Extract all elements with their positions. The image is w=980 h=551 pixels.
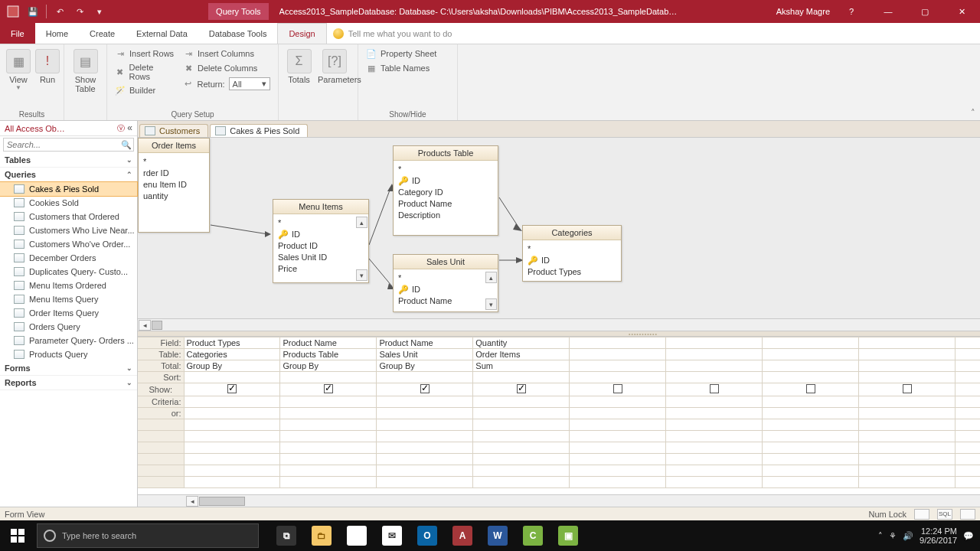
qbe-cell[interactable]	[377, 396, 473, 408]
nav-section-forms[interactable]: Forms⌄	[0, 361, 137, 376]
qbe-cell[interactable]	[570, 442, 666, 454]
qbe-cell[interactable]	[473, 372, 570, 383]
qbe-cell[interactable]	[956, 442, 981, 454]
qbe-cell[interactable]	[763, 454, 859, 465]
nav-query-item[interactable]: Products Query	[0, 347, 137, 361]
field-row[interactable]: 🔑ID	[278, 229, 364, 240]
qbe-cell[interactable]	[377, 419, 473, 431]
qbe-cell[interactable]	[570, 360, 666, 372]
qbe-cell[interactable]	[666, 408, 763, 419]
nav-search[interactable]: 🔍	[3, 138, 134, 152]
qat-customize-icon[interactable]: ▾	[91, 3, 108, 20]
qbe-cell[interactable]	[666, 337, 763, 349]
field-row[interactable]: 🔑ID	[398, 284, 493, 295]
qbe-cell[interactable]	[280, 442, 377, 454]
qbe-cell[interactable]	[956, 396, 981, 408]
tab-design[interactable]: Design	[277, 23, 326, 44]
field-row[interactable]: *	[398, 164, 493, 175]
qbe-cell[interactable]	[956, 372, 981, 383]
qbe-cell[interactable]	[859, 337, 956, 349]
scroll-thumb[interactable]	[152, 321, 162, 330]
table-categories[interactable]: Categories *🔑IDProduct Types	[522, 225, 622, 282]
sql-view-button[interactable]: SQL	[937, 509, 952, 520]
qbe-cell[interactable]	[956, 431, 981, 442]
qbe-cell[interactable]	[859, 349, 956, 360]
show-checkbox[interactable]	[806, 384, 815, 393]
field-row[interactable]: *	[528, 243, 616, 255]
nav-query-item[interactable]: December Orders	[0, 251, 137, 265]
qbe-cell[interactable]	[763, 408, 859, 419]
show-checkbox[interactable]	[517, 384, 526, 393]
scroll-up-icon[interactable]: ▴	[485, 272, 497, 283]
qbe-cell[interactable]	[859, 477, 956, 488]
search-icon[interactable]: 🔍	[119, 140, 133, 150]
qbe-cell[interactable]	[473, 396, 570, 408]
undo-icon[interactable]: ↶	[51, 3, 68, 20]
nav-section-reports[interactable]: Reports⌄	[0, 376, 137, 390]
qbe-cell[interactable]	[956, 465, 981, 477]
field-row[interactable]: Price	[278, 263, 364, 275]
qbe-cell[interactable]	[377, 454, 473, 465]
qbe-cell[interactable]	[280, 419, 377, 431]
qbe-cell[interactable]	[763, 337, 859, 349]
field-row[interactable]: uantity	[143, 191, 204, 202]
qbe-cell[interactable]	[184, 419, 280, 431]
qbe-cell[interactable]	[473, 465, 570, 477]
qbe-cell[interactable]	[763, 442, 859, 454]
nav-query-item[interactable]: Orders Query	[0, 320, 137, 334]
scroll-thumb[interactable]	[199, 497, 245, 506]
qbe-cell[interactable]	[184, 396, 280, 408]
qbe-cell[interactable]: Products Table	[280, 349, 377, 360]
qbe-cell[interactable]	[570, 396, 666, 408]
taskbar-search[interactable]: Type here to search	[37, 523, 259, 548]
qbe-cell[interactable]	[280, 477, 377, 488]
query-design-surface[interactable]: Order Items *rder IDenu Item IDuantity M…	[138, 138, 980, 318]
field-row[interactable]: *	[143, 156, 204, 168]
nav-query-item[interactable]: Menu Items Query	[0, 292, 137, 306]
qbe-cell[interactable]	[859, 454, 956, 465]
redo-icon[interactable]: ↷	[71, 3, 88, 20]
qbe-cell[interactable]	[956, 337, 981, 349]
qbe-cell[interactable]	[184, 431, 280, 442]
grid-h-scrollbar[interactable]: ◂ ▸	[138, 494, 980, 507]
qbe-cell[interactable]	[570, 477, 666, 488]
qbe-cell[interactable]	[570, 431, 666, 442]
qbe-cell[interactable]	[570, 372, 666, 383]
insert-columns-button[interactable]: ⇥Insert Columns	[181, 47, 272, 60]
nav-query-item[interactable]: Duplicates Query- Custo...	[0, 265, 137, 279]
tray-chevron-icon[interactable]: ˄	[878, 531, 883, 541]
qbe-cell[interactable]	[570, 349, 666, 360]
tab-home[interactable]: Home	[35, 23, 79, 44]
show-checkbox[interactable]	[710, 384, 719, 393]
qbe-cell[interactable]	[956, 408, 981, 419]
qbe-cell[interactable]	[859, 372, 956, 383]
taskbar-outlook[interactable]: O	[410, 520, 444, 551]
scroll-left-icon[interactable]: ◂	[186, 496, 198, 507]
qbe-cell[interactable]	[666, 349, 763, 360]
collapse-ribbon-icon[interactable]: ˄	[971, 108, 975, 118]
view-button[interactable]: ▦View▼	[6, 47, 31, 91]
qbe-cell[interactable]: Group By	[280, 360, 377, 372]
user-name[interactable]: Akshay Magre	[776, 7, 830, 16]
qbe-cell[interactable]: Sales Unit	[377, 349, 473, 360]
return-control[interactable]: ↩Return:All▾	[181, 77, 272, 91]
run-button[interactable]: !Run	[35, 47, 60, 84]
qbe-cell[interactable]	[956, 360, 981, 372]
show-checkbox[interactable]	[613, 384, 622, 393]
show-checkbox[interactable]	[903, 384, 912, 393]
help-button[interactable]: ?	[836, 0, 867, 23]
qbe-cell[interactable]	[377, 383, 473, 396]
restore-button[interactable]: ▢	[910, 0, 940, 23]
taskbar-word[interactable]: W	[481, 520, 514, 551]
qbe-cell[interactable]	[763, 349, 859, 360]
qbe-cell[interactable]	[859, 465, 956, 477]
table-products[interactable]: Products Table *🔑IDCategory IDProduct Na…	[393, 145, 498, 236]
qbe-cell[interactable]	[666, 454, 763, 465]
table-sales-unit[interactable]: Sales Unit *🔑IDProduct Name ▴ ▾	[393, 254, 498, 312]
qbe-cell[interactable]	[377, 465, 473, 477]
nav-section-queries[interactable]: Queries⌃	[0, 168, 137, 182]
datasheet-view-button[interactable]	[914, 509, 929, 520]
qbe-cell[interactable]	[184, 477, 280, 488]
qbe-cell[interactable]	[763, 383, 859, 396]
system-tray[interactable]: ˄ ⚘ 🔊 12:24 PM9/26/2017 💬	[872, 527, 980, 545]
